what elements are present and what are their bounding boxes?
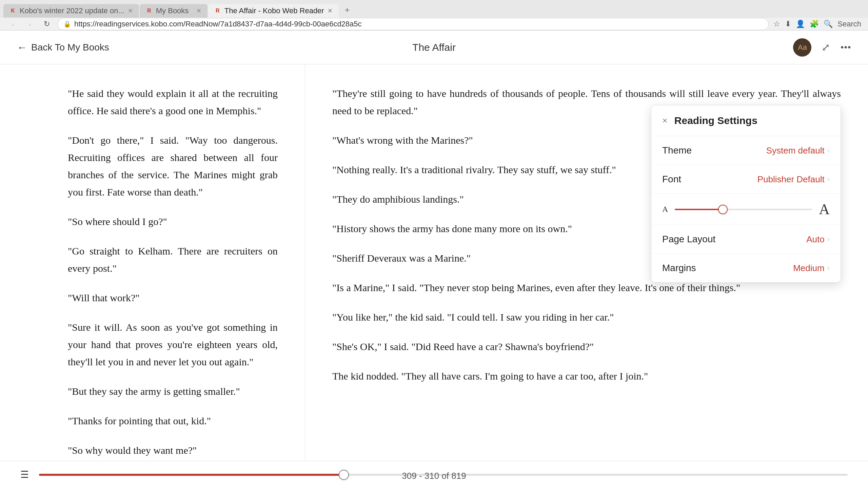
tab-label-mybooks: My Books — [156, 6, 189, 15]
search-label: Search — [837, 20, 861, 28]
left-column: "He said they would explain it all at th… — [0, 64, 305, 461]
header-right: Aa ⤢ ••• — [793, 38, 851, 57]
back-arrow-icon: ← — [17, 42, 27, 53]
profile-icon[interactable]: 👤 — [796, 20, 805, 28]
right-paragraph-8: "You like her," the kid said. "I could t… — [332, 308, 841, 326]
paragraph-7: "But they say the army is getting smalle… — [68, 383, 278, 400]
nav-right: ☆ ⬇ 👤 🧩 🔍 Search — [773, 20, 861, 28]
avatar-button[interactable]: Aa — [793, 38, 811, 57]
tab-favicon-reader: R — [214, 7, 221, 14]
toc-button[interactable]: ☰ — [20, 469, 29, 480]
page-layout-row[interactable]: Page Layout Auto › — [651, 225, 841, 254]
tab-reader[interactable]: R The Affair - Kobo Web Reader ✕ — [208, 4, 339, 18]
tab-kobo-news[interactable]: K Kobo's winter 2022 update on... ✕ — [3, 4, 139, 18]
book-title: The Affair — [412, 42, 456, 53]
download-icon[interactable]: ⬇ — [785, 20, 791, 28]
page-layout-value[interactable]: Auto › — [806, 234, 830, 245]
new-tab-button[interactable]: ＋ — [339, 2, 355, 18]
font-size-fill — [675, 209, 723, 210]
theme-chevron-icon: › — [827, 146, 830, 155]
panel-close-button[interactable]: × — [662, 116, 668, 125]
theme-value[interactable]: System default › — [766, 145, 830, 156]
font-size-controls: A A — [662, 201, 830, 218]
avatar-text: Aa — [798, 43, 807, 52]
tab-my-books[interactable]: R My Books ✕ — [140, 4, 208, 18]
nav-bar: ‹ › ↻ 🔒 https://readingservices.kobo.com… — [0, 18, 868, 30]
search-icon[interactable]: 🔍 — [824, 20, 833, 28]
font-size-slider[interactable] — [675, 209, 812, 210]
paragraph-3: "So where should I go?" — [68, 213, 278, 230]
paragraph-1: "He said they would explain it all at th… — [68, 85, 278, 119]
extensions-icon[interactable]: 🧩 — [810, 20, 819, 28]
font-size-large-label: A — [819, 201, 830, 218]
app-header: ← Back To My Books The Affair Aa ⤢ ••• — [0, 30, 868, 64]
page-number: 309 - 310 of 819 — [402, 471, 466, 481]
reader-footer: ☰ 309 - 310 of 819 — [0, 461, 868, 488]
theme-row[interactable]: Theme System default › — [651, 136, 841, 165]
margins-value[interactable]: Medium › — [793, 263, 830, 273]
tab-favicon-mybooks: R — [146, 7, 153, 14]
page-layout-chevron-icon: › — [827, 235, 830, 244]
font-chevron-icon: › — [827, 175, 830, 184]
address-bar[interactable]: 🔒 https://readingservices.kobo.com/ReadN… — [58, 18, 769, 30]
reload-button[interactable]: ↻ — [41, 18, 53, 30]
tab-label-kobo: Kobo's winter 2022 update on... — [20, 6, 124, 15]
font-row[interactable]: Font Publisher Default › — [651, 165, 841, 194]
margins-chevron-icon: › — [827, 264, 830, 272]
star-icon[interactable]: ☆ — [773, 20, 780, 28]
paragraph-9: "So why would they want me?" — [68, 442, 278, 459]
address-text: https://readingservices.kobo.com/ReadNow… — [74, 20, 362, 28]
paragraph-4: "Go straight to Kelham. There are recrui… — [68, 242, 278, 277]
page-layout-label: Page Layout — [662, 234, 806, 245]
lock-icon: 🔒 — [63, 20, 71, 28]
progress-fill — [39, 474, 344, 476]
margins-row[interactable]: Margins Medium › — [651, 254, 841, 282]
right-paragraph-9: "She's OK," I said. "Did Reed have a car… — [332, 338, 841, 355]
back-to-books-button[interactable]: ← Back To My Books — [17, 42, 109, 53]
back-browser-button[interactable]: ‹ — [7, 18, 19, 30]
tab-label-reader: The Affair - Kobo Web Reader — [224, 6, 324, 15]
tab-close-reader[interactable]: ✕ — [328, 7, 333, 15]
expand-button[interactable]: ⤢ — [822, 41, 830, 53]
font-label: Font — [662, 174, 757, 185]
reading-area: "He said they would explain it all at th… — [0, 64, 868, 461]
tab-close-kobo[interactable]: ✕ — [128, 7, 133, 15]
tab-bar: K Kobo's winter 2022 update on... ✕ R My… — [0, 0, 868, 18]
font-value[interactable]: Publisher Default › — [757, 174, 830, 185]
panel-header: × Reading Settings — [651, 105, 841, 136]
tab-favicon-kobo: K — [9, 7, 16, 14]
more-options-button[interactable]: ••• — [840, 42, 851, 53]
reader-app: ← Back To My Books The Affair Aa ⤢ ••• "… — [0, 30, 868, 488]
paragraph-8: "Thanks for pointing that out, kid." — [68, 412, 278, 429]
forward-browser-button[interactable]: › — [24, 18, 36, 30]
tab-close-mybooks[interactable]: ✕ — [196, 7, 201, 15]
browser-chrome: K Kobo's winter 2022 update on... ✕ R My… — [0, 0, 868, 30]
paragraph-6: "Sure it will. As soon as you've got som… — [68, 319, 278, 370]
font-size-small-label: A — [662, 205, 668, 214]
paragraph-2: "Don't go there," I said. "Way too dange… — [68, 131, 278, 201]
theme-label: Theme — [662, 145, 766, 156]
reading-settings-panel: × Reading Settings Theme System default … — [651, 105, 841, 283]
margins-label: Margins — [662, 263, 793, 273]
right-paragraph-10: The kid nodded. "They all have cars. I'm… — [332, 367, 841, 385]
panel-title: Reading Settings — [674, 115, 757, 126]
font-size-handle[interactable] — [718, 205, 728, 214]
font-size-row: A A — [651, 194, 841, 225]
paragraph-5: "Will that work?" — [68, 289, 278, 306]
progress-handle[interactable] — [339, 470, 349, 480]
back-button-label: Back To My Books — [31, 42, 109, 53]
